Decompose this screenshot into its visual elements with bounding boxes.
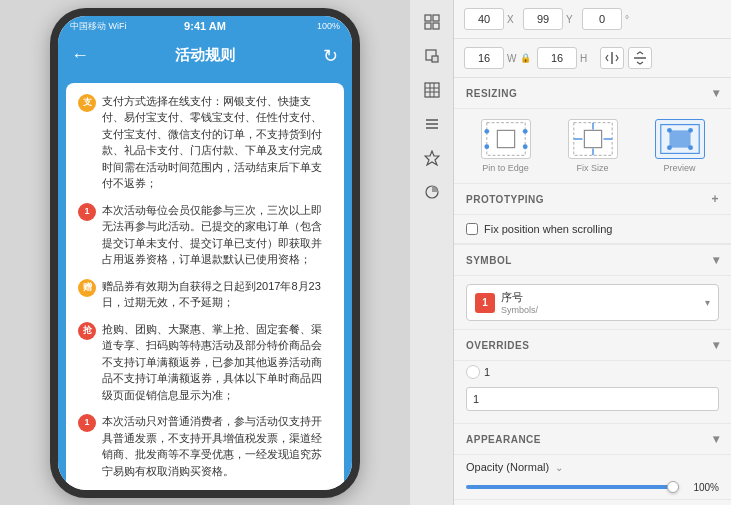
time-text: 9:41 AM <box>184 20 226 32</box>
preview-option[interactable]: Preview <box>655 119 705 173</box>
style-section-header[interactable]: STYLE ▾ <box>454 500 731 505</box>
opacity-track <box>466 485 679 489</box>
svg-point-34 <box>667 145 672 150</box>
phone-frame: 中国移动 WiFi 9:41 AM 100% ← 活动规则 ↻ 支支付方式选择在… <box>50 8 360 498</box>
resizing-section-header[interactable]: RESIZING ▾ <box>454 78 731 109</box>
h-input[interactable] <box>537 47 577 69</box>
deg-label: ° <box>625 14 635 25</box>
refresh-button[interactable]: ↻ <box>318 45 342 67</box>
h-label: H <box>580 53 590 64</box>
svg-point-23 <box>522 144 527 149</box>
rule-item-3: 抢抢购、团购、大聚惠、掌上抢、固定套餐、渠道专享、扫码购等特惠活动及部分特价商品… <box>78 321 332 404</box>
phone-mockup-area: 中国移动 WiFi 9:41 AM 100% ← 活动规则 ↻ 支支付方式选择在… <box>0 0 410 505</box>
rule-icon-1: 1 <box>78 203 96 221</box>
svg-rect-5 <box>432 56 438 62</box>
overrides-section: Overrides ▾ 1 <box>454 330 731 424</box>
svg-point-32 <box>667 128 672 133</box>
svg-rect-2 <box>425 23 431 29</box>
coords-row-2: W 🔒 H <box>454 39 731 78</box>
lock-icon: 🔒 <box>520 53 531 63</box>
rule-item-2: 赠赠品券有效期为自获得之日起到2017年8月23日，过期无效，不予延期； <box>78 278 332 311</box>
opacity-value: 100% <box>687 482 719 493</box>
transform-icon-btn[interactable] <box>417 42 447 70</box>
opacity-dropdown-arrow[interactable]: ⌄ <box>555 462 563 473</box>
rule-item-0: 支支付方式选择在线支付：网银支付、快捷支付、易付宝支付、零钱宝支付、任性付支付、… <box>78 93 332 192</box>
y-input[interactable] <box>523 8 563 30</box>
svg-marker-14 <box>425 151 439 165</box>
rule-icon-0: 支 <box>78 94 96 112</box>
appearance-label: APPEARANCE <box>466 434 541 445</box>
svg-rect-25 <box>584 130 601 147</box>
tool-sidebar <box>410 0 454 505</box>
battery-text: 100% <box>317 21 340 31</box>
override-item-1: 1 <box>454 361 731 383</box>
svg-point-35 <box>688 145 693 150</box>
pin-to-edge-option[interactable]: Pin to Edge <box>481 119 531 173</box>
svg-rect-19 <box>497 130 514 147</box>
resizing-label: RESIZING <box>466 88 517 99</box>
override-key-label: 1 <box>466 365 490 379</box>
overrides-label: Overrides <box>466 340 529 351</box>
flip-vertical-button[interactable] <box>628 47 652 69</box>
coords-row-1: X Y ° <box>454 0 731 39</box>
svg-rect-0 <box>425 15 431 21</box>
svg-rect-6 <box>425 83 439 97</box>
prototyping-label: PROTOTYPING <box>466 194 544 205</box>
symbol-section: SYMBOL ▾ 1 序号 Symbols/ ▾ <box>454 245 731 330</box>
opacity-row: Opacity (Normal) ⌄ <box>454 455 731 479</box>
svg-point-33 <box>688 128 693 133</box>
rotation-input[interactable] <box>582 8 622 30</box>
style-section: STYLE ▾ <box>454 500 731 505</box>
svg-point-21 <box>484 144 489 149</box>
rule-text-1: 本次活动每位会员仅能参与三次，三次以上即无法再参与此活动。已提交的家电订单（包含… <box>102 202 332 268</box>
fix-position-checkbox[interactable] <box>466 223 478 235</box>
symbol-section-header[interactable]: SYMBOL ▾ <box>454 245 731 276</box>
symbol-chevron: ▾ <box>713 253 720 267</box>
overrides-section-header[interactable]: Overrides ▾ <box>454 330 731 361</box>
override-value-input[interactable] <box>466 387 719 411</box>
fix-position-row: Fix position when scrolling <box>454 215 731 244</box>
fix-position-label: Fix position when scrolling <box>484 223 612 235</box>
phone-nav-bar: ← 活动规则 ↻ <box>58 37 352 75</box>
phone-content[interactable]: 支支付方式选择在线支付：网银支付、快捷支付、易付宝支付、零钱宝支付、任性付支付、… <box>58 75 352 490</box>
override-key: 1 <box>484 366 490 378</box>
rule-text-3: 抢购、团购、大聚惠、掌上抢、固定套餐、渠道专享、扫码购等特惠活动及部分特价商品会… <box>102 321 332 404</box>
rules-card: 支支付方式选择在线支付：网银支付、快捷支付、易付宝支付、零钱宝支付、任性付支付、… <box>66 83 344 490</box>
rule-icon-3: 抢 <box>78 322 96 340</box>
opacity-thumb[interactable] <box>667 481 679 493</box>
fix-size-box <box>568 119 618 159</box>
prototyping-section-header[interactable]: PROTOTYPING + <box>454 184 731 215</box>
properties-panel: X Y ° W 🔒 H <box>454 0 731 505</box>
back-button[interactable]: ← <box>68 45 92 66</box>
appearance-section-header[interactable]: APPEARANCE ▾ <box>454 424 731 455</box>
svg-rect-18 <box>486 123 524 156</box>
svg-rect-31 <box>669 130 690 147</box>
symbol-picker-chevron: ▾ <box>705 297 710 308</box>
pin-to-edge-box <box>481 119 531 159</box>
pin-to-edge-label: Pin to Edge <box>482 163 529 173</box>
rule-icon-2: 赠 <box>78 279 96 297</box>
fix-size-option[interactable]: Fix Size <box>568 119 618 173</box>
x-label: X <box>507 14 517 25</box>
x-input[interactable] <box>464 8 504 30</box>
w-label: W <box>507 53 517 64</box>
w-group: W 🔒 <box>464 47 531 69</box>
star-icon-btn[interactable] <box>417 144 447 172</box>
symbol-label: SYMBOL <box>466 255 512 266</box>
h-group: H <box>537 47 590 69</box>
rule-item-1: 1本次活动每位会员仅能参与三次，三次以上即无法再参与此活动。已提交的家电订单（包… <box>78 202 332 268</box>
layout-icon-btn[interactable] <box>417 8 447 36</box>
align-icon-btn[interactable] <box>417 110 447 138</box>
prototyping-add[interactable]: + <box>711 192 719 206</box>
rule-text-0: 支付方式选择在线支付：网银支付、快捷支付、易付宝支付、零钱宝支付、任性付支付、支… <box>102 93 332 192</box>
symbol-picker[interactable]: 1 序号 Symbols/ ▾ <box>466 284 719 321</box>
opacity-label: Opacity (Normal) <box>466 461 549 473</box>
svg-point-22 <box>522 129 527 134</box>
grid-icon-btn[interactable] <box>417 76 447 104</box>
paint-icon-btn[interactable] <box>417 178 447 206</box>
prototyping-section: PROTOTYPING + Fix position when scrollin… <box>454 184 731 245</box>
rule-item-4: 1本次活动只对普通消费者，参与活动仅支持开具普通发票，不支持开具增值税发票，渠道… <box>78 413 332 479</box>
w-input[interactable] <box>464 47 504 69</box>
y-label: Y <box>566 14 576 25</box>
flip-horizontal-button[interactable] <box>600 47 624 69</box>
